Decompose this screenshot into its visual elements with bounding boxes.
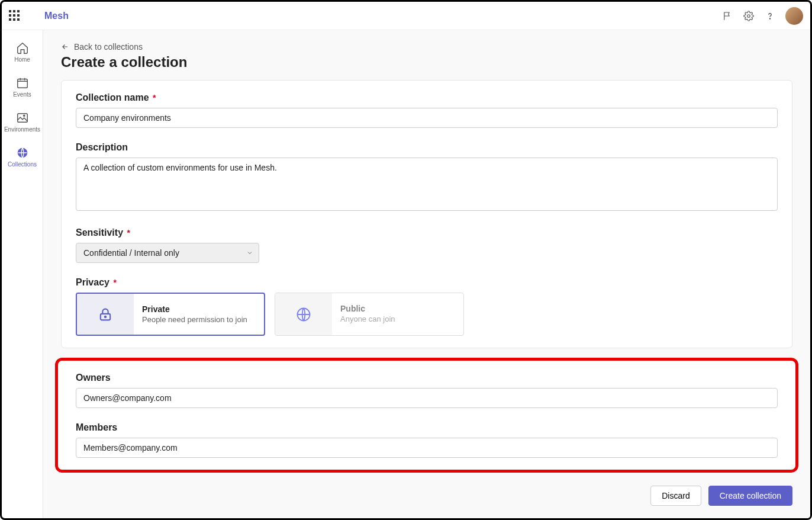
sidebar-item-label: Collections	[8, 161, 37, 168]
page-title: Create a collection	[61, 54, 792, 70]
sidebar-item-collections[interactable]: Collections	[4, 141, 41, 172]
privacy-option-private[interactable]: Private People need permission to join	[76, 293, 265, 336]
image-icon	[15, 111, 30, 125]
svg-point-0	[747, 14, 750, 17]
collection-name-input[interactable]	[76, 108, 778, 128]
owners-members-card: Owners Members	[55, 358, 798, 473]
privacy-public-sub: Anyone can join	[340, 314, 395, 323]
privacy-private-sub: People need permission to join	[142, 315, 247, 324]
svg-rect-2	[17, 79, 27, 88]
sidebar-item-label: Events	[13, 91, 31, 98]
back-link[interactable]: Back to collections	[61, 36, 792, 54]
calendar-icon	[15, 76, 30, 90]
sidebar-item-label: Home	[14, 56, 30, 63]
svg-point-4	[23, 115, 24, 116]
help-icon[interactable]	[759, 5, 781, 27]
svg-rect-3	[17, 114, 27, 123]
topbar: Mesh	[2, 2, 810, 30]
collection-form-card: Collection name * Description Sensitivit…	[61, 80, 792, 348]
sidebar-item-events[interactable]: Events	[4, 71, 41, 102]
flag-icon[interactable]	[717, 5, 738, 27]
discard-button[interactable]: Discard	[650, 486, 701, 506]
owners-input[interactable]	[76, 388, 778, 408]
globe-icon	[15, 146, 30, 160]
globe-icon	[275, 293, 332, 335]
arrow-left-icon	[61, 43, 69, 51]
sensitivity-select[interactable]: Confidential / Internal only	[76, 243, 259, 263]
create-collection-button[interactable]: Create collection	[708, 486, 792, 506]
sensitivity-label: Sensitivity *	[76, 227, 778, 238]
sidebar-item-label: Environments	[4, 126, 40, 133]
svg-point-1	[769, 18, 770, 18]
app-launcher-icon[interactable]	[9, 10, 21, 22]
sidebar-item-environments[interactable]: Environments	[4, 106, 41, 137]
svg-point-7	[105, 316, 106, 317]
gear-icon[interactable]	[738, 5, 759, 27]
privacy-option-public[interactable]: Public Anyone can join	[275, 293, 464, 336]
description-input[interactable]	[76, 158, 778, 211]
lock-icon	[77, 294, 134, 335]
members-label: Members	[76, 422, 778, 433]
app-title: Mesh	[44, 11, 69, 21]
name-label: Collection name *	[76, 92, 778, 103]
avatar[interactable]	[785, 7, 803, 25]
description-label: Description	[76, 142, 778, 153]
footer-buttons: Discard Create collection	[61, 482, 792, 509]
sidebar: Home Events Environments Collections	[2, 30, 43, 518]
privacy-private-title: Private	[142, 304, 247, 314]
privacy-public-title: Public	[340, 304, 395, 313]
home-icon	[15, 41, 30, 55]
sidebar-item-home[interactable]: Home	[4, 36, 41, 68]
back-link-label: Back to collections	[74, 42, 143, 52]
members-input[interactable]	[76, 438, 778, 458]
privacy-label: Privacy *	[76, 277, 778, 288]
main-content: Back to collections Create a collection …	[43, 30, 810, 518]
owners-label: Owners	[76, 373, 778, 383]
